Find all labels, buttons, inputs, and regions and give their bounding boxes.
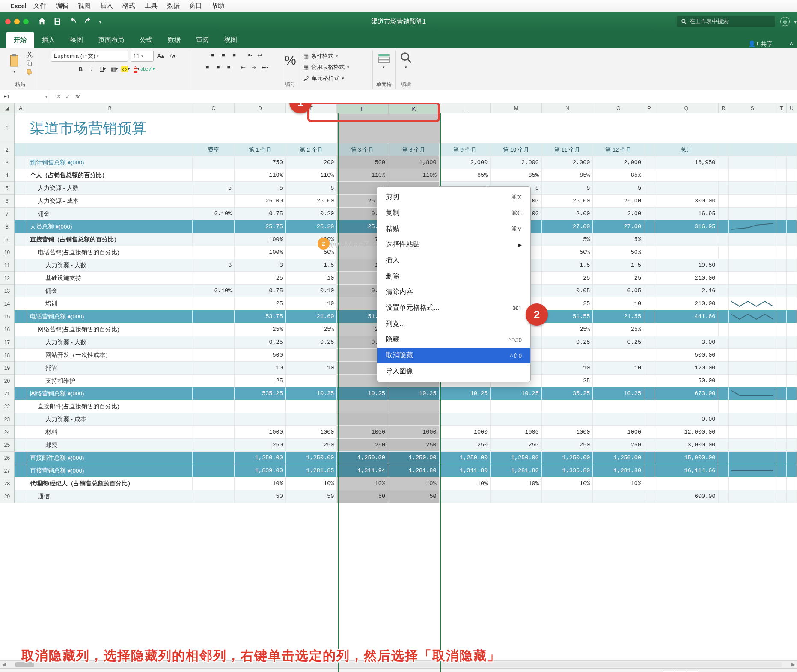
cell[interactable] [787,477,797,490]
cell[interactable] [718,233,729,246]
cell[interactable] [388,413,440,426]
row-label[interactable]: 网络营销总额 ¥(000) [27,387,193,400]
cell[interactable] [15,233,27,246]
row-label[interactable]: 支持和维护 [27,375,193,387]
cell[interactable]: 1,250.00 [337,452,388,464]
cell[interactable] [718,387,729,400]
cell[interactable] [193,477,235,490]
cell[interactable]: 2.00 [542,208,593,220]
cell[interactable] [719,400,729,413]
cell[interactable]: 10% [286,477,337,490]
help-icon[interactable]: ☺ [780,17,790,26]
cell[interactable] [787,400,797,413]
sparkline-cell[interactable] [729,208,776,220]
cell[interactable]: 50% [542,246,593,259]
cell[interactable]: 1,281.80 [388,464,440,477]
cell[interactable]: 25% [235,323,286,336]
col-header-r[interactable]: R [719,103,729,113]
cell[interactable] [193,156,235,169]
cell[interactable]: 1,281.80 [491,464,542,477]
col-header-l[interactable]: L [440,103,491,113]
cell[interactable]: 0.00 [654,413,718,426]
cell[interactable]: 50 [388,490,440,503]
italic-icon[interactable]: I [87,64,97,74]
cell[interactable] [654,233,719,246]
cell[interactable] [718,297,729,310]
menu-data[interactable]: 数据 [167,2,180,10]
cell[interactable]: 10.25 [337,387,388,400]
col-header-u[interactable]: U [787,103,797,113]
cell[interactable]: 110% [286,169,337,182]
context-menu-item[interactable]: 清除内容 [377,284,530,300]
cell[interactable] [15,323,27,336]
cell[interactable] [193,233,235,246]
cell[interactable]: 25% [593,323,644,336]
sparkline-cell[interactable] [729,169,776,182]
format-painter-icon[interactable] [26,68,33,76]
menu-help[interactable]: 帮助 [211,2,224,10]
cell[interactable] [776,464,787,477]
cell[interactable]: 3.00 [654,336,718,349]
sparkline-cell[interactable] [729,310,776,323]
cell[interactable] [193,195,235,208]
menu-tools[interactable]: 工具 [145,2,158,10]
cell[interactable] [719,246,729,259]
cell[interactable] [787,272,797,285]
cell[interactable] [718,375,729,387]
cell[interactable] [719,490,729,503]
cell[interactable]: 25 [542,297,593,310]
cell[interactable] [776,169,787,182]
cell[interactable] [787,387,797,400]
cell[interactable] [718,272,729,285]
cell[interactable]: 85% [440,169,491,182]
page-layout-view-icon[interactable]: ▥ [675,671,686,672]
row-header[interactable]: 22 [0,400,15,413]
row-header[interactable]: 3 [0,156,15,169]
cell[interactable]: 750 [235,156,286,169]
cell[interactable] [193,400,235,413]
cell[interactable]: 10% [337,477,388,490]
cell[interactable] [644,400,654,413]
cell[interactable]: 50 [337,490,388,503]
cell[interactable] [15,297,27,310]
menu-format[interactable]: 格式 [122,2,135,10]
cell[interactable]: 1,250.00 [440,452,491,464]
cell[interactable] [718,439,729,452]
sparkline-cell[interactable] [729,323,776,336]
cell[interactable] [286,375,337,387]
row-header[interactable]: 19 [0,362,15,375]
cell[interactable] [718,156,729,169]
cell[interactable]: 600.00 [654,490,719,503]
cell[interactable]: 1,281.85 [286,464,337,477]
cell[interactable]: 35.25 [542,387,593,400]
page-break-view-icon[interactable]: ▤ [687,671,698,672]
cell[interactable]: 10.25 [491,387,542,400]
close-window[interactable] [5,19,11,24]
cell[interactable]: 5 [193,182,235,195]
cell[interactable] [776,182,787,195]
cell[interactable] [718,349,729,362]
align-top-icon[interactable]: ≡ [208,51,217,60]
row-label[interactable]: 材料 [27,426,193,439]
cell[interactable] [193,375,235,387]
cell[interactable]: 120.00 [654,362,718,375]
scroll-left-icon[interactable]: ◀ [0,662,8,667]
cell-styles[interactable]: 🖌单元格样式▾ [303,74,344,82]
increase-font-icon[interactable]: A▴ [156,51,166,61]
cell[interactable] [787,208,797,220]
row-header[interactable]: 1 [0,113,15,143]
sparkline-cell[interactable] [729,182,776,195]
cell[interactable] [776,426,787,439]
cell[interactable] [787,426,797,439]
cell[interactable]: 100% [235,233,286,246]
cell[interactable]: 2,000 [593,156,644,169]
cell[interactable] [193,413,235,426]
cell[interactable]: 3,000.00 [654,439,718,452]
cell[interactable] [644,182,654,195]
sparkline-cell[interactable] [729,272,776,285]
app-name[interactable]: Excel [10,3,27,9]
cell[interactable] [787,259,797,272]
cell[interactable]: 5 [235,182,286,195]
cell[interactable]: 441.66 [654,310,719,323]
cell[interactable]: 53.75 [235,310,286,323]
